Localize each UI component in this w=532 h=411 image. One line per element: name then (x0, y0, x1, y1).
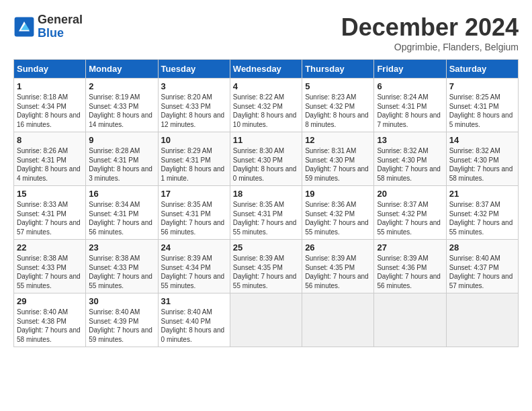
day-number: 22 (17, 242, 83, 253)
calendar-cell: 15Sunrise: 8:33 AM Sunset: 4:31 PM Dayli… (14, 186, 86, 240)
day-number: 1 (17, 81, 83, 91)
week-row-5: 29Sunrise: 8:40 AM Sunset: 4:38 PM Dayli… (14, 293, 519, 347)
calendar-cell: 2Sunrise: 8:19 AM Sunset: 4:33 PM Daylig… (86, 79, 158, 132)
calendar-table: SundayMondayTuesdayWednesdayThursdayFrid… (13, 59, 519, 347)
day-info: Sunrise: 8:36 AM Sunset: 4:32 PM Dayligh… (305, 200, 371, 236)
day-info: Sunrise: 8:24 AM Sunset: 4:31 PM Dayligh… (377, 93, 443, 129)
calendar-cell: 21Sunrise: 8:37 AM Sunset: 4:32 PM Dayli… (446, 186, 518, 240)
dow-header-tuesday: Tuesday (158, 60, 230, 79)
day-info: Sunrise: 8:20 AM Sunset: 4:33 PM Dayligh… (161, 93, 227, 129)
day-number: 15 (17, 189, 83, 199)
day-info: Sunrise: 8:22 AM Sunset: 4:32 PM Dayligh… (233, 93, 299, 129)
calendar-cell: 12Sunrise: 8:31 AM Sunset: 4:30 PM Dayli… (302, 132, 374, 186)
calendar-cell (302, 293, 374, 347)
day-number: 8 (17, 135, 83, 145)
day-number: 26 (305, 242, 371, 253)
calendar-cell: 20Sunrise: 8:37 AM Sunset: 4:32 PM Dayli… (374, 186, 446, 240)
day-info: Sunrise: 8:40 AM Sunset: 4:37 PM Dayligh… (449, 254, 515, 290)
dow-header-monday: Monday (86, 60, 158, 79)
day-info: Sunrise: 8:25 AM Sunset: 4:31 PM Dayligh… (449, 93, 515, 129)
logo-icon (13, 16, 35, 38)
week-row-3: 15Sunrise: 8:33 AM Sunset: 4:31 PM Dayli… (14, 186, 519, 240)
week-row-4: 22Sunrise: 8:38 AM Sunset: 4:33 PM Dayli… (14, 240, 519, 293)
calendar-cell: 5Sunrise: 8:23 AM Sunset: 4:32 PM Daylig… (302, 79, 374, 132)
day-info: Sunrise: 8:35 AM Sunset: 4:31 PM Dayligh… (233, 200, 299, 236)
day-info: Sunrise: 8:39 AM Sunset: 4:35 PM Dayligh… (305, 254, 371, 290)
calendar-cell: 10Sunrise: 8:29 AM Sunset: 4:31 PM Dayli… (158, 132, 230, 186)
day-info: Sunrise: 8:40 AM Sunset: 4:40 PM Dayligh… (161, 308, 227, 344)
day-info: Sunrise: 8:39 AM Sunset: 4:36 PM Dayligh… (377, 254, 443, 290)
day-info: Sunrise: 8:37 AM Sunset: 4:32 PM Dayligh… (377, 200, 443, 236)
calendar-cell: 17Sunrise: 8:35 AM Sunset: 4:31 PM Dayli… (158, 186, 230, 240)
day-number: 9 (89, 135, 154, 145)
day-number: 4 (233, 81, 299, 91)
calendar-cell: 26Sunrise: 8:39 AM Sunset: 4:35 PM Dayli… (302, 240, 374, 293)
day-info: Sunrise: 8:39 AM Sunset: 4:34 PM Dayligh… (161, 254, 227, 290)
dow-header-wednesday: Wednesday (230, 60, 302, 79)
day-info: Sunrise: 8:32 AM Sunset: 4:30 PM Dayligh… (449, 146, 515, 183)
day-number: 16 (89, 189, 154, 199)
calendar-cell: 16Sunrise: 8:34 AM Sunset: 4:31 PM Dayli… (86, 186, 158, 240)
day-number: 2 (89, 81, 154, 91)
day-info: Sunrise: 8:29 AM Sunset: 4:31 PM Dayligh… (161, 146, 227, 183)
dow-header-sunday: Sunday (14, 60, 86, 79)
dow-header-friday: Friday (374, 60, 446, 79)
dow-header-thursday: Thursday (302, 60, 374, 79)
calendar-cell: 8Sunrise: 8:26 AM Sunset: 4:31 PM Daylig… (14, 132, 86, 186)
day-info: Sunrise: 8:38 AM Sunset: 4:33 PM Dayligh… (17, 254, 83, 290)
logo: General Blue (13, 13, 83, 40)
day-number: 10 (161, 135, 227, 145)
day-number: 13 (377, 135, 443, 145)
calendar-cell: 11Sunrise: 8:30 AM Sunset: 4:30 PM Dayli… (230, 132, 302, 186)
calendar-cell: 18Sunrise: 8:35 AM Sunset: 4:31 PM Dayli… (230, 186, 302, 240)
day-info: Sunrise: 8:38 AM Sunset: 4:33 PM Dayligh… (89, 254, 154, 290)
calendar-cell: 30Sunrise: 8:40 AM Sunset: 4:39 PM Dayli… (86, 293, 158, 347)
day-number: 11 (233, 135, 299, 145)
calendar-cell: 27Sunrise: 8:39 AM Sunset: 4:36 PM Dayli… (374, 240, 446, 293)
day-info: Sunrise: 8:18 AM Sunset: 4:34 PM Dayligh… (17, 93, 83, 129)
calendar-cell: 6Sunrise: 8:24 AM Sunset: 4:31 PM Daylig… (374, 79, 446, 132)
dow-header-saturday: Saturday (446, 60, 518, 79)
day-info: Sunrise: 8:40 AM Sunset: 4:38 PM Dayligh… (17, 308, 83, 344)
day-info: Sunrise: 8:19 AM Sunset: 4:33 PM Dayligh… (89, 93, 154, 129)
day-number: 29 (17, 296, 83, 306)
day-number: 3 (161, 81, 227, 91)
day-number: 27 (377, 242, 443, 253)
day-info: Sunrise: 8:30 AM Sunset: 4:30 PM Dayligh… (233, 146, 299, 183)
calendar-cell (446, 293, 518, 347)
day-info: Sunrise: 8:35 AM Sunset: 4:31 PM Dayligh… (161, 200, 227, 236)
day-number: 31 (161, 296, 227, 306)
calendar-cell: 7Sunrise: 8:25 AM Sunset: 4:31 PM Daylig… (446, 79, 518, 132)
calendar-cell (230, 293, 302, 347)
day-number: 30 (89, 296, 154, 306)
day-info: Sunrise: 8:23 AM Sunset: 4:32 PM Dayligh… (305, 93, 371, 129)
day-number: 6 (377, 81, 443, 91)
day-info: Sunrise: 8:32 AM Sunset: 4:30 PM Dayligh… (377, 146, 443, 183)
month-title: December 2024 (341, 13, 519, 42)
day-info: Sunrise: 8:33 AM Sunset: 4:31 PM Dayligh… (17, 200, 83, 236)
day-info: Sunrise: 8:26 AM Sunset: 4:31 PM Dayligh… (17, 146, 83, 183)
day-number: 19 (305, 189, 371, 199)
day-number: 7 (449, 81, 515, 91)
day-number: 18 (233, 189, 299, 199)
calendar-cell: 29Sunrise: 8:40 AM Sunset: 4:38 PM Dayli… (14, 293, 86, 347)
week-row-1: 1Sunrise: 8:18 AM Sunset: 4:34 PM Daylig… (14, 79, 519, 132)
day-number: 23 (89, 242, 154, 253)
day-info: Sunrise: 8:31 AM Sunset: 4:30 PM Dayligh… (305, 146, 371, 183)
calendar-cell: 9Sunrise: 8:28 AM Sunset: 4:31 PM Daylig… (86, 132, 158, 186)
logo-blue-text: Blue (38, 26, 64, 40)
calendar-cell: 19Sunrise: 8:36 AM Sunset: 4:32 PM Dayli… (302, 186, 374, 240)
day-info: Sunrise: 8:39 AM Sunset: 4:35 PM Dayligh… (233, 254, 299, 290)
day-info: Sunrise: 8:28 AM Sunset: 4:31 PM Dayligh… (89, 146, 154, 183)
page-header: General Blue December 2024 Opgrimbie, Fl… (13, 13, 519, 52)
day-number: 21 (449, 189, 515, 199)
day-number: 14 (449, 135, 515, 145)
day-number: 25 (233, 242, 299, 253)
day-info: Sunrise: 8:34 AM Sunset: 4:31 PM Dayligh… (89, 200, 154, 236)
day-number: 5 (305, 81, 371, 91)
calendar-cell: 3Sunrise: 8:20 AM Sunset: 4:33 PM Daylig… (158, 79, 230, 132)
calendar-cell: 23Sunrise: 8:38 AM Sunset: 4:33 PM Dayli… (86, 240, 158, 293)
calendar-cell: 22Sunrise: 8:38 AM Sunset: 4:33 PM Dayli… (14, 240, 86, 293)
calendar-cell: 31Sunrise: 8:40 AM Sunset: 4:40 PM Dayli… (158, 293, 230, 347)
day-number: 24 (161, 242, 227, 253)
